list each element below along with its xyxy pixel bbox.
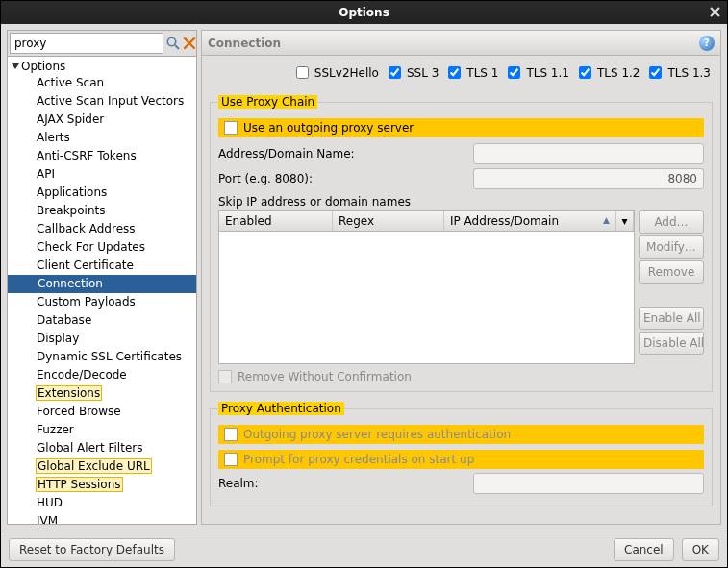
proxy-chain-section: Use Proxy Chain Use an outgoing proxy se… — [210, 95, 713, 392]
tree-item[interactable]: Alerts — [8, 129, 196, 147]
cancel-button[interactable]: Cancel — [614, 538, 674, 561]
tls1-checkbox[interactable]: TLS 1 — [444, 63, 498, 82]
panel-title: Connection — [208, 37, 281, 50]
skip-label: Skip IP address or domain names — [218, 195, 704, 209]
use-outgoing-proxy-checkbox[interactable] — [224, 121, 238, 135]
ok-button[interactable]: OK — [682, 538, 719, 561]
tree-item[interactable]: Applications — [8, 184, 196, 202]
tree-item[interactable]: Active Scan Input Vectors — [8, 92, 196, 111]
enable-all-button[interactable]: Enable All — [639, 307, 704, 330]
options-tree[interactable]: Options Active ScanActive Scan Input Vec… — [8, 56, 196, 524]
tree-item[interactable]: Fuzzer — [8, 421, 196, 439]
table-config-button[interactable]: ▾ — [616, 211, 634, 231]
tree-item[interactable]: API — [8, 165, 196, 184]
left-pane: Options Active ScanActive Scan Input Vec… — [7, 30, 197, 525]
reset-defaults-button[interactable]: Reset to Factory Defaults — [9, 538, 175, 561]
tree-item[interactable]: HTTP Sessions — [8, 476, 196, 494]
table-buttons: Add… Modify… Remove Enable All Disable A… — [639, 210, 704, 364]
col-regex[interactable]: Regex — [333, 211, 444, 231]
requires-auth-checkbox[interactable] — [224, 428, 238, 441]
tree-item[interactable]: JVM — [8, 512, 196, 524]
sslv2hello-checkbox[interactable]: SSLv2Hello — [292, 63, 379, 82]
tree-item[interactable]: Client Certificate — [8, 257, 196, 275]
search-icon — [165, 36, 181, 51]
table-body — [219, 232, 634, 363]
tree-item[interactable]: Display — [8, 330, 196, 348]
tree-item[interactable]: Connection — [8, 275, 196, 293]
right-pane: Connection ? SSLv2Hello SSL 3 TLS 1 TLS … — [201, 30, 721, 525]
window-close-button[interactable] — [706, 3, 723, 20]
tree-item[interactable]: Dynamic SSL Certificates — [8, 348, 196, 366]
table-header: Enabled Regex IP Address/Domain▲ ▾ — [219, 211, 634, 232]
tree-item[interactable]: Global Alert Filters — [8, 439, 196, 457]
proxy-auth-legend: Proxy Authentication — [218, 402, 344, 415]
tree-item[interactable]: Forced Browse — [8, 403, 196, 421]
tree-item[interactable]: AJAX Spider — [8, 111, 196, 129]
clear-icon — [183, 37, 196, 50]
tree-item[interactable]: Global Exclude URL — [8, 457, 196, 476]
ssl3-checkbox[interactable]: SSL 3 — [385, 63, 439, 82]
dialog-footer: Reset to Factory Defaults Cancel OK — [1, 531, 727, 567]
close-icon — [710, 7, 720, 17]
proxy-chain-legend: Use Proxy Chain — [218, 95, 317, 109]
prompt-startup-checkbox[interactable] — [224, 453, 238, 466]
col-ip-address[interactable]: IP Address/Domain▲ — [444, 211, 616, 231]
requires-auth-row[interactable]: Outgoing proxy server requires authentic… — [218, 425, 704, 444]
panel-title-bar: Connection ? — [202, 31, 720, 56]
tree-item[interactable]: Anti-CSRF Tokens — [8, 147, 196, 165]
tree-item[interactable]: Callback Address — [8, 220, 196, 238]
ssl-protocols-row: SSLv2Hello SSL 3 TLS 1 TLS 1.1 TLS 1.2 T… — [202, 56, 720, 89]
sort-asc-icon: ▲ — [603, 215, 610, 225]
tls13-checkbox[interactable]: TLS 1.3 — [645, 63, 711, 82]
panel-body: SSLv2Hello SSL 3 TLS 1 TLS 1.1 TLS 1.2 T… — [202, 56, 720, 524]
use-outgoing-proxy-row[interactable]: Use an outgoing proxy server — [218, 118, 704, 137]
col-enabled[interactable]: Enabled — [219, 211, 333, 231]
tls12-checkbox[interactable]: TLS 1.2 — [575, 63, 640, 82]
disable-all-button[interactable]: Disable All — [639, 332, 704, 355]
tree-item[interactable]: Extensions — [8, 384, 196, 403]
titlebar: Options — [1, 1, 727, 24]
add-button[interactable]: Add… — [639, 210, 704, 234]
prompt-startup-row[interactable]: Prompt for proxy credentials on start up — [218, 450, 704, 469]
port-label: Port (e.g. 8080): — [218, 172, 465, 185]
svg-point-0 — [167, 37, 175, 45]
search-row — [8, 31, 196, 56]
tree-item[interactable]: Breakpoints — [8, 202, 196, 220]
tree-root-label: Options — [21, 60, 65, 73]
address-input[interactable] — [473, 143, 704, 164]
skip-table[interactable]: Enabled Regex IP Address/Domain▲ ▾ — [218, 210, 635, 364]
tree-item[interactable]: Check For Updates — [8, 238, 196, 257]
clear-search-button[interactable] — [183, 34, 196, 53]
modify-button[interactable]: Modify… — [639, 235, 704, 259]
dialog-body: Options Active ScanActive Scan Input Vec… — [1, 24, 727, 531]
tree-item[interactable]: Active Scan — [8, 74, 196, 92]
remove-button[interactable]: Remove — [639, 260, 704, 284]
tree-item[interactable]: Encode/Decode — [8, 366, 196, 384]
tree-item[interactable]: Custom Payloads — [8, 293, 196, 311]
port-input[interactable] — [473, 168, 704, 189]
chevron-down-icon — [12, 63, 19, 69]
tls11-checkbox[interactable]: TLS 1.1 — [504, 63, 569, 82]
tree-item[interactable]: HUD — [8, 494, 196, 512]
remove-without-confirmation-row[interactable]: Remove Without Confirmation — [218, 370, 704, 383]
titlebar-title: Options — [339, 6, 389, 19]
tree-item[interactable]: Database — [8, 311, 196, 330]
search-input[interactable] — [10, 33, 163, 54]
realm-input[interactable] — [473, 473, 704, 494]
remove-without-confirmation-checkbox[interactable] — [218, 370, 232, 383]
realm-label: Realm: — [218, 477, 465, 490]
proxy-auth-section: Proxy Authentication Outgoing proxy serv… — [210, 402, 713, 506]
search-button[interactable] — [165, 34, 181, 53]
options-dialog: Options Options A — [0, 0, 728, 568]
address-label: Address/Domain Name: — [218, 147, 465, 161]
tree-root-row[interactable]: Options — [8, 59, 196, 74]
help-button[interactable]: ? — [699, 36, 715, 51]
